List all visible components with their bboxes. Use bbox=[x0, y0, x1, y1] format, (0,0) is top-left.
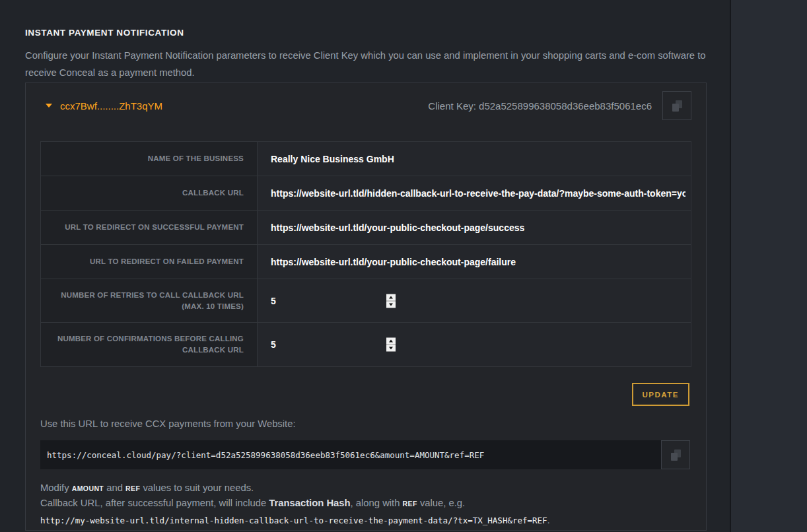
ipn-settings-form: NAME OF THE BUSINESS CALLBACK URL URL TO… bbox=[40, 141, 691, 367]
copy-client-key-button[interactable] bbox=[662, 91, 691, 120]
payment-url-instruction: Use this URL to receive CCX payments fro… bbox=[40, 419, 706, 429]
note-text: Modify bbox=[40, 482, 72, 493]
note-line-3: http://my-website-url.tld/internal-hidde… bbox=[40, 513, 706, 528]
caret-down-icon bbox=[46, 104, 52, 108]
note-line-2: Callback URL, after successful payment, … bbox=[40, 496, 706, 511]
stepper-up-icon[interactable] bbox=[386, 338, 396, 345]
example-callback-url: http://my-website-url.tld/internal-hidde… bbox=[40, 515, 547, 525]
confirmations-number-input[interactable] bbox=[271, 339, 376, 350]
field-value-cell bbox=[258, 323, 691, 366]
field-label: NUMBER OF RETRIES TO CALL CALLBACK URL (… bbox=[41, 279, 258, 322]
ipn-wallet-card: ccx7Bwf........ZhT3qYM Client Key: d52a5… bbox=[25, 83, 707, 531]
transaction-hash-emphasis: Transaction Hash bbox=[269, 498, 350, 508]
stepper-down-icon[interactable] bbox=[386, 345, 396, 352]
field-value-cell bbox=[258, 211, 691, 244]
field-value-cell bbox=[258, 279, 691, 322]
field-value-cell bbox=[258, 142, 691, 176]
note-text: value, e.g. bbox=[417, 498, 465, 508]
confirmations-number-stepper[interactable] bbox=[386, 338, 396, 352]
field-label: URL TO REDIRECT ON FAILED PAYMENT bbox=[41, 245, 258, 279]
form-row-business-name: NAME OF THE BUSINESS bbox=[41, 142, 691, 176]
note-text: , along with bbox=[351, 498, 403, 508]
copy-icon bbox=[672, 100, 682, 112]
client-key-text: Client Key: d52a525899638058d36eeb83f506… bbox=[428, 100, 652, 112]
field-label: CALLBACK URL bbox=[41, 176, 258, 210]
ipn-settings-page: INSTANT PAYMENT NOTIFICATION Configure y… bbox=[25, 28, 707, 531]
note-text: and bbox=[104, 482, 125, 493]
amount-token: AMOUNT bbox=[72, 484, 104, 492]
retries-number-stepper[interactable] bbox=[386, 294, 396, 308]
note-text: . bbox=[547, 515, 550, 525]
callback-url-input[interactable] bbox=[271, 188, 685, 199]
copy-payment-url-button[interactable] bbox=[661, 440, 690, 469]
wallet-accordion-toggle[interactable]: ccx7Bwf........ZhT3qYM bbox=[46, 100, 162, 112]
success-redirect-url-input[interactable] bbox=[271, 222, 685, 233]
stepper-down-icon[interactable] bbox=[386, 301, 396, 308]
field-value-cell bbox=[258, 245, 691, 279]
update-button[interactable]: UPDATE bbox=[632, 383, 689, 406]
form-row-callback-url: CALLBACK URL bbox=[41, 176, 691, 211]
note-text: Callback URL, after successful payment, … bbox=[40, 498, 269, 508]
ref-token: REF bbox=[125, 484, 140, 492]
note-text: values to suit your needs. bbox=[140, 482, 254, 493]
client-key-section: Client Key: d52a525899638058d36eeb83f506… bbox=[428, 91, 691, 120]
wallet-address: ccx7Bwf........ZhT3qYM bbox=[60, 100, 162, 112]
ref-token: REF bbox=[403, 500, 417, 508]
business-name-input[interactable] bbox=[271, 154, 685, 164]
failure-redirect-url-input[interactable] bbox=[271, 257, 685, 267]
field-label: NAME OF THE BUSINESS bbox=[41, 142, 258, 176]
form-row-confirmations: NUMBER OF CONFIRMATIONS BEFORE CALLING C… bbox=[41, 323, 691, 366]
payment-url-section: https://conceal.cloud/pay/?client=d52a52… bbox=[40, 440, 690, 469]
page-right-margin bbox=[730, 0, 807, 532]
form-row-failure-url: URL TO REDIRECT ON FAILED PAYMENT bbox=[41, 245, 691, 279]
form-row-retries: NUMBER OF RETRIES TO CALL CALLBACK URL (… bbox=[41, 279, 691, 323]
field-value-cell bbox=[258, 176, 691, 210]
usage-notes: Modify AMOUNT and REF values to suit you… bbox=[40, 481, 706, 528]
payment-url-box[interactable]: https://conceal.cloud/pay/?client=d52a52… bbox=[40, 440, 661, 469]
form-row-success-url: URL TO REDIRECT ON SUCCESSFUL PAYMENT bbox=[41, 211, 691, 245]
field-label: URL TO REDIRECT ON SUCCESSFUL PAYMENT bbox=[41, 211, 258, 244]
note-line-1: Modify AMOUNT and REF values to suit you… bbox=[40, 481, 706, 496]
form-actions: UPDATE bbox=[26, 383, 706, 406]
stepper-up-icon[interactable] bbox=[386, 294, 396, 301]
page-title: INSTANT PAYMENT NOTIFICATION bbox=[25, 28, 707, 38]
payment-url-text: https://conceal.cloud/pay/?client=d52a52… bbox=[47, 450, 484, 460]
copy-icon bbox=[671, 449, 681, 461]
retries-number-input[interactable] bbox=[271, 296, 376, 306]
field-label: NUMBER OF CONFIRMATIONS BEFORE CALLING C… bbox=[41, 323, 258, 366]
wallet-card-header: ccx7Bwf........ZhT3qYM Client Key: d52a5… bbox=[26, 83, 706, 120]
page-description: Configure your Instant Payment Notificat… bbox=[25, 47, 707, 81]
